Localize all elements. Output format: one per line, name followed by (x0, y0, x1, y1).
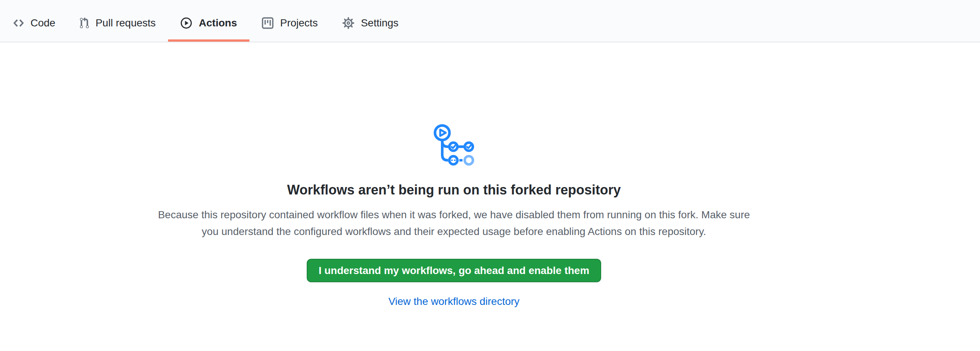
code-icon (13, 17, 24, 29)
enable-workflows-button[interactable]: I understand my workflows, go ahead and … (307, 259, 601, 282)
git-pull-request-icon (80, 17, 89, 29)
tab-projects[interactable]: Projects (250, 0, 330, 42)
page-title: Workflows aren’t being run on this forke… (287, 181, 620, 198)
tab-label: Actions (199, 18, 237, 28)
description: Because this repository contained workfl… (149, 206, 759, 240)
tab-actions[interactable]: Actions (168, 0, 250, 42)
gear-icon (342, 17, 354, 29)
workflow-graph-icon (433, 124, 474, 166)
tab-settings[interactable]: Settings (330, 0, 411, 42)
play-icon (180, 17, 192, 29)
actions-disabled-panel: Workflows aren’t being run on this forke… (127, 124, 781, 308)
repo-tab-nav: Code Pull requests Actions Projects (0, 0, 980, 42)
tab-label: Pull requests (95, 18, 156, 28)
tab-label: Projects (280, 18, 318, 28)
tab-code[interactable]: Code (1, 0, 68, 42)
tab-label: Code (30, 18, 56, 28)
project-icon (262, 17, 274, 29)
tab-label: Settings (361, 18, 399, 28)
tab-pull-requests[interactable]: Pull requests (68, 0, 168, 42)
view-workflows-link[interactable]: View the workflows directory (388, 295, 520, 308)
